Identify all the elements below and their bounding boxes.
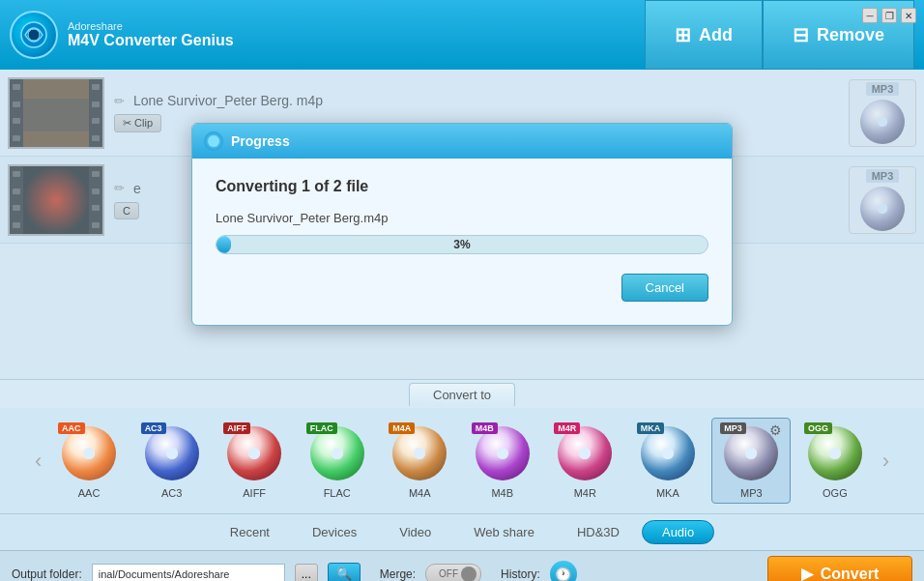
format-icon-wrap-flac: FLAC	[306, 422, 368, 484]
output-folder-label: Output folder:	[12, 567, 82, 581]
format-disc-aac	[62, 426, 116, 480]
merge-toggle[interactable]: OFF	[425, 564, 481, 582]
format-name-flac: FLAC	[324, 487, 351, 499]
format-tag-m4r: M4R	[554, 422, 580, 434]
logo-area: Adoreshare M4V Converter Genius	[10, 11, 645, 59]
format-disc-ac3	[145, 426, 199, 480]
convert-button[interactable]: ▶ Convert	[767, 556, 912, 581]
format-name-m4b: M4B	[491, 487, 513, 499]
folder-path-input[interactable]	[92, 564, 285, 582]
toggle-knob	[461, 566, 476, 582]
format-tag-flac: FLAC	[306, 422, 337, 434]
format-tag-ac3: AC3	[141, 422, 166, 434]
format-name-aac: AAC	[78, 487, 101, 499]
formats-area: ‹ AAC AAC AC3 AC3	[0, 408, 924, 513]
tab-devices[interactable]: Devices	[292, 520, 377, 544]
tab-recent[interactable]: Recent	[210, 520, 290, 544]
next-arrow[interactable]: ›	[877, 449, 895, 474]
format-tag-m4b: M4B	[472, 422, 498, 434]
format-disc-m4r	[558, 426, 612, 480]
progress-dialog: Progress Converting 1 of 2 file Lone Sur…	[191, 123, 733, 326]
progress-bar-fill: 3%	[217, 236, 231, 253]
format-item-m4b[interactable]: M4B M4B	[464, 419, 541, 503]
dialog-status: Converting 1 of 2 file	[216, 178, 708, 195]
format-disc-aiff	[227, 426, 281, 480]
history-label: History:	[501, 567, 540, 581]
tab-webshare[interactable]: Web share	[453, 520, 555, 544]
format-tag-m4a: M4A	[389, 422, 415, 434]
dialog-overlay: Progress Converting 1 of 2 file Lone Sur…	[0, 70, 924, 379]
main-content: ✏ Lone Survivor_Peter Berg. m4p ✂ Clip M…	[0, 70, 924, 379]
format-disc-m4b	[476, 426, 530, 480]
format-disc-ogg	[808, 426, 862, 480]
tab-video[interactable]: Video	[379, 520, 451, 544]
format-item-ogg[interactable]: OGG OGG	[796, 419, 874, 503]
format-disc-mka	[641, 426, 695, 480]
tab-audio[interactable]: Audio	[642, 520, 714, 544]
format-icon-wrap-aiff: AIFF	[223, 422, 285, 484]
format-name-m4a: M4A	[409, 487, 431, 499]
bottom-bar: Output folder: ... 🔍 Merge: OFF History:…	[0, 550, 924, 581]
add-label: Add	[699, 25, 733, 45]
format-disc-flac	[310, 426, 364, 480]
browse-button[interactable]: ...	[295, 564, 318, 582]
format-item-aac[interactable]: AAC AAC	[50, 419, 128, 503]
remove-icon: ⊟	[793, 23, 809, 46]
remove-label: Remove	[817, 25, 884, 45]
format-name-mp3: MP3	[740, 487, 763, 499]
window-controls: ─ ❐ ✕	[862, 8, 916, 23]
format-item-flac[interactable]: FLAC FLAC	[299, 419, 376, 503]
format-icon-wrap-aac: AAC	[58, 422, 120, 484]
dialog-body: Converting 1 of 2 file Lone Survivor_Pet…	[192, 159, 732, 325]
minimize-button[interactable]: ─	[862, 8, 878, 23]
format-icon-wrap-mp3: MP3 ⚙	[720, 422, 782, 484]
header: Adoreshare M4V Converter Genius ⊞ Add ⊟ …	[0, 0, 924, 70]
svg-point-2	[208, 135, 219, 147]
format-name-mka: MKA	[656, 487, 679, 499]
formats-scroll: AAC AAC AC3 AC3 AIFF AIFF	[47, 418, 876, 504]
format-item-m4r[interactable]: M4R M4R	[546, 419, 623, 503]
gear-icon-mp3[interactable]: ⚙	[769, 422, 782, 438]
format-name-aiff: AIFF	[243, 487, 266, 499]
format-icon-wrap-mka: MKA	[637, 422, 699, 484]
format-name-ogg: OGG	[823, 487, 848, 499]
format-item-aiff[interactable]: AIFF AIFF	[216, 419, 293, 503]
dialog-title-bar: Progress	[192, 124, 732, 159]
dialog-title: Progress	[231, 133, 290, 149]
product-name: M4V Converter Genius	[68, 32, 234, 49]
close-button[interactable]: ✕	[901, 8, 916, 23]
tab-hd3d[interactable]: HD&3D	[557, 520, 640, 544]
format-icon-wrap-ac3: AC3	[141, 422, 203, 484]
prev-arrow[interactable]: ‹	[29, 449, 47, 474]
format-icon-wrap-ogg: OGG	[804, 422, 866, 484]
add-button[interactable]: ⊞ Add	[645, 0, 763, 70]
restore-button[interactable]: ❐	[881, 8, 897, 23]
format-item-ac3[interactable]: AC3 AC3	[133, 419, 211, 503]
format-icon-wrap-m4a: M4A	[389, 422, 450, 484]
format-tag-ogg: OGG	[804, 422, 832, 434]
cancel-button[interactable]: Cancel	[621, 274, 708, 302]
format-item-mp3[interactable]: MP3 ⚙ MP3	[711, 418, 791, 504]
brand-name: Adoreshare	[68, 20, 234, 32]
format-disc-m4a	[392, 426, 447, 480]
merge-label: Merge:	[380, 567, 416, 581]
dialog-actions: Cancel	[216, 274, 708, 302]
format-item-m4a[interactable]: M4A M4A	[381, 419, 458, 503]
history-button[interactable]: 🕐	[550, 561, 577, 582]
format-item-mka[interactable]: MKA MKA	[629, 419, 707, 503]
logo-text: Adoreshare M4V Converter Genius	[68, 20, 234, 49]
add-icon: ⊞	[675, 23, 691, 46]
format-name-ac3: AC3	[161, 487, 182, 499]
toggle-label: OFF	[439, 568, 458, 579]
format-tag-aiff: AIFF	[223, 422, 250, 434]
convert-icon: ▶	[801, 565, 813, 581]
format-tag-mp3: MP3	[720, 422, 746, 434]
convert-to-bar: Convert to	[0, 379, 924, 408]
format-icon-wrap-m4r: M4R	[554, 422, 616, 484]
convert-to-tab[interactable]: Convert to	[409, 383, 515, 406]
category-tabs: Recent Devices Video Web share HD&3D Aud…	[0, 513, 924, 550]
format-icon-wrap-m4b: M4B	[472, 422, 534, 484]
format-tag-aac: AAC	[58, 422, 85, 434]
search-button[interactable]: 🔍	[328, 563, 361, 581]
dialog-filename: Lone Survivor_Peter Berg.m4p	[216, 211, 708, 225]
